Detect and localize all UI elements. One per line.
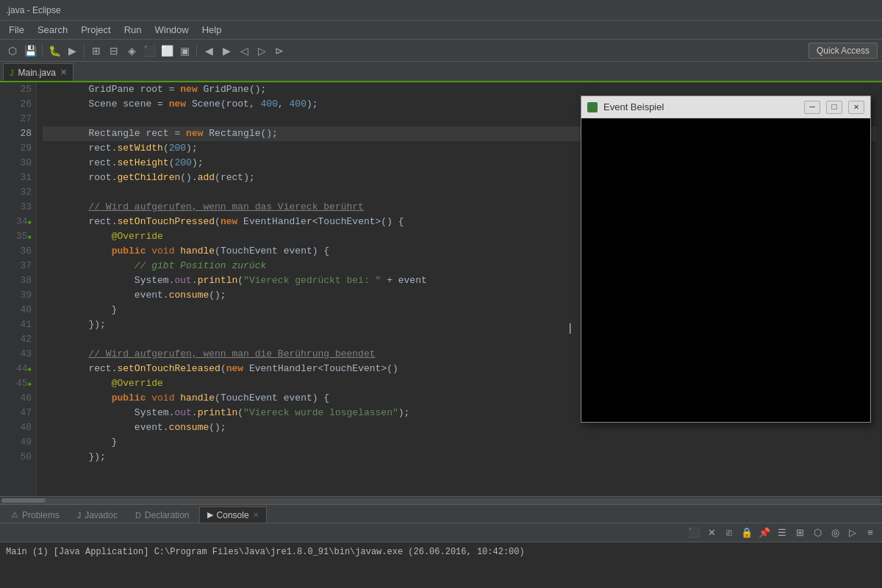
toolbar-btn-8[interactable]: ▣ <box>176 43 193 59</box>
toolbar-btn-9[interactable]: ◁ <box>236 43 252 59</box>
toolbar-fwd-btn[interactable]: ▶ <box>218 43 234 59</box>
line-num-39: 39 <box>3 288 32 303</box>
toolbar-btn-6[interactable]: ⬛ <box>141 43 157 59</box>
menu-window[interactable]: Window <box>148 22 194 37</box>
console-btn-7[interactable]: ⊞ <box>792 525 807 539</box>
quick-access-button[interactable]: Quick Access <box>808 43 878 59</box>
line-num-42: 42 <box>3 332 32 347</box>
declaration-icon: D <box>135 511 141 520</box>
line-num-44: 44◆ <box>3 362 32 376</box>
horizontal-scrollbar[interactable] <box>0 496 882 503</box>
toolbar-new-btn[interactable]: ⬡ <box>4 43 21 59</box>
menu-bar: File Search Project Run Window Help <box>0 21 882 40</box>
console-btn-10[interactable]: ▷ <box>845 525 860 539</box>
javadoc-icon: J <box>77 511 82 520</box>
float-close-button[interactable]: ✕ <box>848 101 864 114</box>
main-java-tab[interactable]: J Main.java ✕ <box>3 63 74 81</box>
code-line-25: GridPane root = new GridPane(); <box>43 82 876 97</box>
tab-label: Main.java <box>18 68 56 78</box>
toolbar-btn-3[interactable]: ⊞ <box>88 43 104 59</box>
line-num-30: 30 <box>3 156 32 171</box>
toolbar-sep-1 <box>42 44 43 57</box>
scroll-thumb[interactable] <box>1 498 46 503</box>
console-toolbar: ⬛ ✕ ⎚ 🔒 📌 ☰ ⊞ ⬡ ◎ ▷ ≡ <box>0 523 882 542</box>
menu-file[interactable]: File <box>3 22 30 37</box>
problems-label: Problems <box>22 510 60 520</box>
menu-run[interactable]: Run <box>118 22 148 37</box>
float-title-text: Event Beispiel <box>603 101 798 112</box>
tab-console[interactable]: ▶ Console ✕ <box>199 506 267 523</box>
bottom-tab-bar: ⚠ Problems J Javadoc D Declaration ▶ Con… <box>0 505 882 523</box>
console-tab-close-icon[interactable]: ✕ <box>253 511 259 519</box>
floating-window: Event Beispiel — □ ✕ <box>581 96 871 423</box>
declaration-label: Declaration <box>145 510 190 520</box>
editor-area: 25 26 27 28 29 30 31 32 33 34◆ 35◆ 36 37… <box>0 82 882 496</box>
tab-javadoc[interactable]: J Javadoc <box>69 506 126 523</box>
code-line-51 <box>43 465 876 479</box>
line-num-31: 31 <box>3 171 32 185</box>
toolbar-btn-11[interactable]: ⊳ <box>271 43 287 59</box>
line-num-35: 35◆ <box>3 229 32 244</box>
line-num-43: 43 <box>3 347 32 362</box>
menu-help[interactable]: Help <box>196 22 228 37</box>
console-label: Console <box>217 510 249 520</box>
tab-declaration[interactable]: D Declaration <box>127 506 198 523</box>
console-btn-6[interactable]: ☰ <box>775 525 789 539</box>
line-num-41: 41 <box>3 318 32 332</box>
console-terminate-btn[interactable]: ✕ <box>704 525 719 539</box>
line-num-28: 28 <box>3 126 32 141</box>
console-clear-btn[interactable]: ⎚ <box>722 525 736 539</box>
console-stop-btn[interactable]: ⬛ <box>686 525 701 539</box>
toolbar-btn-10[interactable]: ▷ <box>254 43 270 59</box>
toolbar-btn-7[interactable]: ⬜ <box>159 43 175 59</box>
line-num-38: 38 <box>3 273 32 288</box>
line-num-25: 25 <box>3 82 32 97</box>
float-app-icon <box>587 102 598 112</box>
editor-tab-bar: J Main.java ✕ <box>0 62 882 82</box>
line-num-37: 37 <box>3 259 32 273</box>
menu-project[interactable]: Project <box>75 22 116 37</box>
console-output: Main (1) [Java Application] C:\Program F… <box>0 542 882 564</box>
toolbar-debug-btn[interactable]: 🐛 <box>46 43 62 59</box>
javadoc-label: Javadoc <box>85 510 118 520</box>
toolbar-sep-2 <box>84 44 85 57</box>
console-scroll-lock-btn[interactable]: 🔒 <box>739 525 754 539</box>
tab-problems[interactable]: ⚠ Problems <box>3 506 68 523</box>
line-num-48: 48 <box>3 420 32 435</box>
console-btn-8[interactable]: ⬡ <box>810 525 825 539</box>
console-btn-11[interactable]: ≡ <box>863 525 878 539</box>
code-line-48: event.consume(); <box>43 420 876 435</box>
line-num-27: 27 <box>3 112 32 126</box>
line-num-34: 34◆ <box>3 215 32 229</box>
line-num-47: 47 <box>3 406 32 420</box>
line-num-29: 29 <box>3 141 32 156</box>
line-num-33: 33 <box>3 200 32 215</box>
code-line-49: } <box>43 435 876 450</box>
console-icon: ▶ <box>207 510 213 520</box>
float-content-area <box>581 118 870 422</box>
toolbar-sep-3 <box>196 44 197 57</box>
toolbar-run-btn[interactable]: ▶ <box>64 43 80 59</box>
title-bar: .java - Eclipse <box>0 0 882 21</box>
console-btn-9[interactable]: ◎ <box>828 525 842 539</box>
line-num-50: 50 <box>3 450 32 465</box>
toolbar-btn-4[interactable]: ⊟ <box>106 43 122 59</box>
toolbar-back-btn[interactable]: ◀ <box>201 43 217 59</box>
toolbar: ⬡ 💾 🐛 ▶ ⊞ ⊟ ◈ ⬛ ⬜ ▣ ◀ ▶ ◁ ▷ ⊳ Quick Acce… <box>0 40 882 62</box>
line-num-51: 51 <box>3 465 32 479</box>
menu-search[interactable]: Search <box>32 22 74 37</box>
float-minimize-button[interactable]: — <box>804 101 820 114</box>
toolbar-btn-5[interactable]: ◈ <box>123 43 140 59</box>
tab-close-icon[interactable]: ✕ <box>60 68 67 77</box>
float-maximize-button[interactable]: □ <box>826 101 842 114</box>
console-pin-btn[interactable]: 📌 <box>757 525 772 539</box>
line-num-36: 36 <box>3 244 32 259</box>
title-text: .java - Eclipse <box>6 5 61 15</box>
tab-java-icon: J <box>10 68 14 77</box>
toolbar-save-btn[interactable]: 💾 <box>22 43 38 59</box>
bottom-panel: ⚠ Problems J Javadoc D Declaration ▶ Con… <box>0 503 882 564</box>
float-title-bar[interactable]: Event Beispiel — □ ✕ <box>581 96 870 118</box>
line-num-26: 26 <box>3 97 32 112</box>
scroll-track[interactable] <box>1 498 881 503</box>
line-num-40: 40 <box>3 303 32 318</box>
